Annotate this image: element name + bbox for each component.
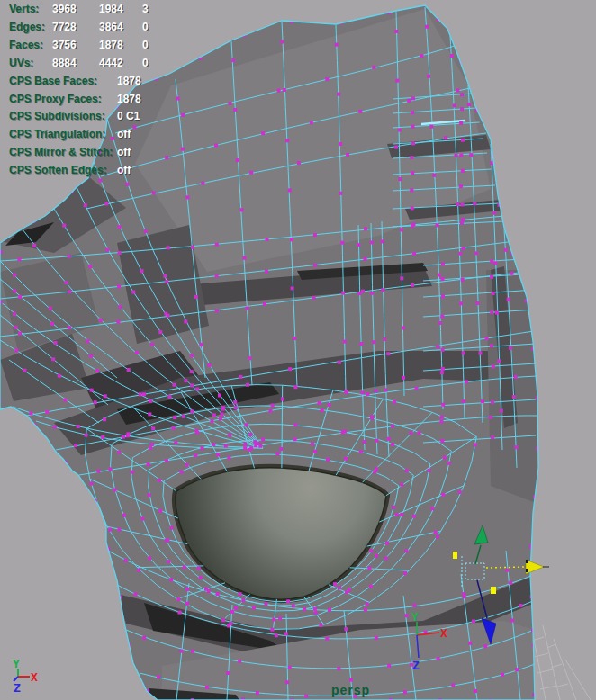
mesh-vertex[interactable] xyxy=(441,348,445,352)
mesh-vertex[interactable] xyxy=(459,184,463,188)
mesh-vertex[interactable] xyxy=(246,307,249,310)
mesh-vertex[interactable] xyxy=(118,251,122,255)
mesh-vertex[interactable] xyxy=(411,171,414,175)
mesh-vertex[interactable] xyxy=(440,371,444,374)
mesh-vertex[interactable] xyxy=(504,248,508,252)
mesh-vertex[interactable] xyxy=(335,43,339,47)
mesh-vertex[interactable] xyxy=(142,392,146,396)
mesh-vertex[interactable] xyxy=(14,326,18,329)
mesh-vertex[interactable] xyxy=(261,438,265,442)
mesh-vertex[interactable] xyxy=(89,354,93,358)
mesh-vertex[interactable] xyxy=(137,569,140,572)
mesh-vertex[interactable] xyxy=(147,462,150,466)
mesh-vertex[interactable] xyxy=(485,337,489,340)
mesh-vertex[interactable] xyxy=(413,604,417,607)
mesh-vertex[interactable] xyxy=(364,608,367,612)
mesh-vertex[interactable] xyxy=(361,391,365,395)
mesh-vertex[interactable] xyxy=(118,305,122,309)
mesh-vertex[interactable] xyxy=(412,515,416,518)
mesh-vertex[interactable] xyxy=(364,227,367,230)
mesh-vertex[interactable] xyxy=(135,351,139,354)
mesh-vertex[interactable] xyxy=(49,307,52,310)
mesh-vertex[interactable] xyxy=(438,321,442,325)
mesh-vertex[interactable] xyxy=(148,493,151,497)
mesh-vertex[interactable] xyxy=(428,469,431,472)
mesh-vertex[interactable] xyxy=(151,426,155,430)
mesh-vertex[interactable] xyxy=(190,383,194,387)
mesh-vertex[interactable] xyxy=(125,183,129,186)
mesh-vertex[interactable] xyxy=(312,296,316,300)
mesh-vertex[interactable] xyxy=(272,618,275,622)
mesh-vertex[interactable] xyxy=(465,380,468,383)
mesh-vertex[interactable] xyxy=(458,490,462,494)
mesh-vertex[interactable] xyxy=(284,633,288,636)
mesh-vertex[interactable] xyxy=(370,292,374,295)
mesh-vertex[interactable] xyxy=(462,592,465,596)
mesh-vertex[interactable] xyxy=(95,369,99,372)
mesh-vertex[interactable] xyxy=(224,444,228,448)
mesh-vertex[interactable] xyxy=(510,272,514,275)
mesh-vertex[interactable] xyxy=(415,387,419,390)
mesh-vertex[interactable] xyxy=(411,125,415,129)
mesh-vertex[interactable] xyxy=(358,110,362,113)
mesh-vertex[interactable] xyxy=(190,370,194,373)
mesh-vertex[interactable] xyxy=(256,691,259,695)
mesh-vertex[interactable] xyxy=(359,450,363,453)
mesh-vertex[interactable] xyxy=(490,310,493,314)
mesh-vertex[interactable] xyxy=(113,489,117,492)
mesh-vertex[interactable] xyxy=(239,592,242,596)
mesh-vertex[interactable] xyxy=(400,483,403,487)
mesh-vertex[interactable] xyxy=(369,585,373,588)
mesh-vertex[interactable] xyxy=(288,666,292,669)
mesh-vertex[interactable] xyxy=(441,493,445,497)
mesh-vertex[interactable] xyxy=(126,432,130,435)
mesh-vertex[interactable] xyxy=(404,549,408,552)
mesh-vertex[interactable] xyxy=(437,657,440,660)
mesh-vertex[interactable] xyxy=(515,668,519,671)
mesh-vertex[interactable] xyxy=(313,233,317,237)
mesh-vertex[interactable] xyxy=(23,369,26,372)
mesh-vertex[interactable] xyxy=(375,554,378,558)
mesh-vertex[interactable] xyxy=(407,99,411,103)
mesh-vertex[interactable] xyxy=(343,340,347,344)
mesh-vertex[interactable] xyxy=(258,444,262,448)
mesh-vertex[interactable] xyxy=(434,531,438,534)
mesh-vertex[interactable] xyxy=(410,188,413,192)
maya-viewport[interactable]: Y X Z Y X Z persp Verts: 3968 1984 3 Edg… xyxy=(0,0,596,700)
mesh-vertex[interactable] xyxy=(387,437,391,441)
mesh-vertex[interactable] xyxy=(341,292,345,295)
mesh-vertex[interactable] xyxy=(481,399,484,403)
mesh-vertex[interactable] xyxy=(149,399,152,403)
mesh-vertex[interactable] xyxy=(425,25,429,29)
mesh-vertex[interactable] xyxy=(367,566,371,570)
mesh-vertex[interactable] xyxy=(440,420,444,424)
mesh-vertex[interactable] xyxy=(103,417,106,421)
mesh-vertex[interactable] xyxy=(440,315,444,319)
mesh-vertex[interactable] xyxy=(456,202,459,206)
mesh-vertex[interactable] xyxy=(411,96,415,100)
mesh-vertex[interactable] xyxy=(165,459,168,462)
mesh-vertex[interactable] xyxy=(441,262,445,265)
mesh-vertex[interactable] xyxy=(74,444,77,447)
mesh-vertex[interactable] xyxy=(291,286,294,290)
mesh-vertex[interactable] xyxy=(265,270,268,274)
mesh-vertex[interactable] xyxy=(195,388,199,391)
mesh-vertex[interactable] xyxy=(490,259,493,263)
mesh-vertex[interactable] xyxy=(53,426,57,429)
mesh-vertex[interactable] xyxy=(461,218,465,221)
mesh-vertex[interactable] xyxy=(167,560,170,563)
mesh-vertex[interactable] xyxy=(173,416,176,419)
mesh-vertex[interactable] xyxy=(172,383,176,387)
mesh-vertex[interactable] xyxy=(195,431,199,435)
mesh-vertex[interactable] xyxy=(104,202,108,205)
mesh-vertex[interactable] xyxy=(472,620,475,624)
mesh-vertex[interactable] xyxy=(326,458,330,462)
mesh-vertex[interactable] xyxy=(501,673,504,677)
mesh-vertex[interactable] xyxy=(475,301,479,305)
mesh-vertex[interactable] xyxy=(462,247,465,250)
mesh-vertex[interactable] xyxy=(346,153,349,157)
mesh-vertex[interactable] xyxy=(139,392,142,396)
mesh-vertex[interactable] xyxy=(361,290,365,293)
mesh-vertex[interactable] xyxy=(127,368,131,372)
mesh-vertex[interactable] xyxy=(86,339,90,343)
